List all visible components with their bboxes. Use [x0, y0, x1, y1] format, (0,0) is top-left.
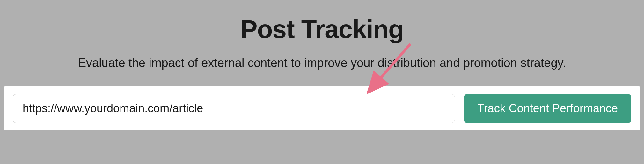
input-bar: Track Content Performance: [4, 86, 640, 130]
main-container: Post Tracking Evaluate the impact of ext…: [0, 0, 644, 164]
page-subtitle: Evaluate the impact of external content …: [78, 56, 566, 70]
track-button[interactable]: Track Content Performance: [464, 94, 631, 123]
url-input[interactable]: [13, 94, 455, 123]
page-title: Post Tracking: [240, 15, 404, 44]
